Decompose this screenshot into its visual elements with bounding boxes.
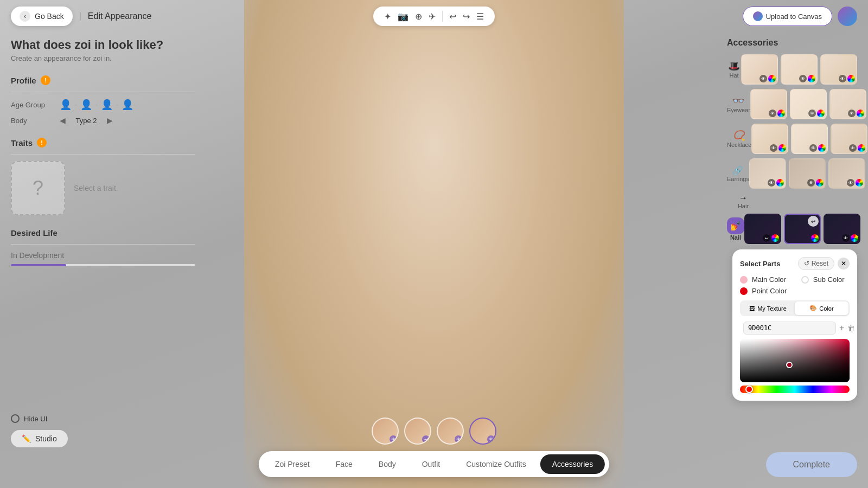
accessories-grid-panel: Accessories 🎩 Hat 👁 👁 xyxy=(727,38,857,248)
trait-placeholder[interactable]: ? xyxy=(11,161,65,215)
hue-thumb[interactable] xyxy=(745,386,753,393)
age-young-icon[interactable]: 👤 xyxy=(80,99,92,111)
accessories-title: Accessories xyxy=(727,38,857,48)
preview-badge-4: 👁 xyxy=(487,435,495,443)
hat-item-2[interactable]: 👁 xyxy=(781,54,818,85)
back-button[interactable]: ‹ Go Back xyxy=(11,7,73,26)
eyewear-items: 👁 👁 👁 xyxy=(750,89,866,119)
tab-color[interactable]: 🎨 Color xyxy=(795,301,848,315)
color-badge xyxy=(768,75,776,82)
top-bar: ‹ Go Back | Edit Appearance ✦ 📷 ⊕ ✈ ↩ ↪ … xyxy=(0,0,868,33)
eyewear-item-2[interactable]: 👁 xyxy=(790,89,827,119)
toolbar-divider xyxy=(442,11,443,22)
point-color-row: Point Color xyxy=(740,287,850,295)
delete-color-button[interactable]: 🗑 xyxy=(847,324,855,332)
nail-item-3[interactable]: 👁 xyxy=(824,214,860,244)
hat-item-1-badges: 👁 xyxy=(760,75,776,82)
hat-item-3[interactable]: 👁 xyxy=(820,54,857,85)
preview-row: 👁 ↩ 👁 👁 xyxy=(372,418,496,445)
point-color-radio[interactable] xyxy=(740,287,748,295)
heading: What does zoi in look like? xyxy=(11,38,195,52)
hat-row: 🎩 Hat 👁 👁 👁 xyxy=(727,54,857,85)
eyewear-nav-item[interactable]: 👓 Eyewear xyxy=(727,95,750,113)
avatar[interactable] xyxy=(838,7,857,26)
tab-outfit[interactable]: Outfit xyxy=(410,454,452,474)
studio-button[interactable]: ✏️ Studio xyxy=(11,430,68,447)
tab-texture[interactable]: 🖼 My Texture xyxy=(741,301,795,315)
color-picker-thumb[interactable] xyxy=(786,362,793,368)
color-panel-header: Select Parts ↺ Reset ✕ xyxy=(740,257,850,270)
color-options: Main Color Sub Color Point Color xyxy=(740,275,850,295)
tab-zoi-preset[interactable]: Zoi Preset xyxy=(263,454,322,474)
earrings-item-2[interactable]: 👁 xyxy=(789,158,826,189)
complete-button[interactable]: Complete xyxy=(766,452,857,477)
preview-thumb-2[interactable]: ↩ xyxy=(404,418,431,445)
eyewear-item-1[interactable]: 👁 xyxy=(750,89,787,119)
transform-icon[interactable]: ✈ xyxy=(429,11,436,22)
earrings-nav-item[interactable]: 🔗 Earrings xyxy=(727,165,749,182)
texture-tab-icon: 🖼 xyxy=(749,305,755,312)
bottom-nav: Zoi Preset Face Body Outfit Customize Ou… xyxy=(259,451,609,477)
hat-items: 👁 👁 👁 xyxy=(741,54,857,85)
menu-icon[interactable]: ☰ xyxy=(476,11,484,22)
traits-row: ? Select a trait. xyxy=(11,161,195,215)
body-value: Type 2 xyxy=(70,117,103,125)
edit-icon[interactable]: ✦ xyxy=(384,11,391,22)
redo-icon[interactable]: ↪ xyxy=(463,11,470,22)
necklace-nav-item[interactable]: 📿 Necklace xyxy=(727,130,751,148)
hide-ui-label: Hide UI xyxy=(24,415,47,423)
nail-item-2[interactable]: ↩ xyxy=(784,214,821,244)
reset-icon: ↺ xyxy=(804,260,809,267)
camera-icon[interactable]: 📷 xyxy=(398,11,409,22)
preview-badge-2: ↩ xyxy=(422,435,430,443)
traits-divider xyxy=(11,154,195,155)
hair-label: Hair xyxy=(727,203,760,209)
preview-thumb-4[interactable]: 👁 xyxy=(469,418,496,445)
necklace-item-2[interactable]: 👁 xyxy=(791,124,828,154)
age-group-label: Age Group xyxy=(11,101,60,109)
tab-accessories[interactable]: Accessories xyxy=(540,454,605,474)
reset-label: Reset xyxy=(812,260,828,267)
age-adult-icon[interactable]: 👤 xyxy=(101,99,113,111)
preview-thumb-3[interactable]: 👁 xyxy=(437,418,464,445)
hair-nav-item[interactable]: → Hair xyxy=(727,193,760,209)
sub-color-radio[interactable] xyxy=(801,276,809,284)
hat-item-1[interactable]: 👁 xyxy=(741,54,778,85)
hat-label: Hat xyxy=(727,72,741,79)
nail-item-1[interactable]: ↩ xyxy=(744,214,781,244)
tab-customize-outfits[interactable]: Customize Outfits xyxy=(454,454,538,474)
upload-button[interactable]: Upload to Canvas xyxy=(743,7,832,26)
eyewear-item-3[interactable]: 👁 xyxy=(829,89,866,119)
expand-icon[interactable]: ⊕ xyxy=(415,11,422,22)
nail-nav-item[interactable]: 💅 Nail xyxy=(727,217,744,241)
color-picker-gradient[interactable] xyxy=(740,339,850,382)
add-color-button[interactable]: + xyxy=(839,323,844,333)
main-color-label: Main Color xyxy=(752,275,786,284)
hair-icon: → xyxy=(727,193,760,203)
nail-row: 💅 Nail ↩ ↩ 👁 xyxy=(727,214,857,244)
undo-icon[interactable]: ↩ xyxy=(449,11,456,22)
profile-title: Profile xyxy=(11,76,36,85)
tab-face[interactable]: Face xyxy=(324,454,365,474)
age-child-icon[interactable]: 👤 xyxy=(60,99,72,111)
preview-thumb-1[interactable]: 👁 xyxy=(372,418,399,445)
close-button[interactable]: ✕ xyxy=(838,258,850,269)
hide-ui-radio[interactable] xyxy=(11,414,20,423)
body-prev-button[interactable]: ◀ xyxy=(60,116,66,125)
necklace-item-1[interactable]: 👁 xyxy=(751,124,788,154)
hat-nav-item[interactable]: 🎩 Hat xyxy=(727,60,741,79)
separator: | xyxy=(79,11,81,21)
upload-label: Upload to Canvas xyxy=(766,12,822,21)
age-senior-icon[interactable]: 👤 xyxy=(122,99,133,111)
hue-bar[interactable] xyxy=(740,386,850,393)
body-next-button[interactable]: ▶ xyxy=(107,116,113,125)
reset-button[interactable]: ↺ Reset xyxy=(798,257,834,270)
tab-body[interactable]: Body xyxy=(367,454,408,474)
hex-input[interactable] xyxy=(743,322,836,335)
main-color-radio[interactable] xyxy=(740,276,748,284)
desired-life-section: Desired Life In Development xyxy=(11,228,195,266)
necklace-item-3[interactable]: 👁 xyxy=(831,124,867,154)
earrings-item-3[interactable]: 👁 xyxy=(828,158,865,189)
earrings-item-1[interactable]: 👁 xyxy=(749,158,786,189)
profile-header: Profile ! xyxy=(11,75,195,85)
